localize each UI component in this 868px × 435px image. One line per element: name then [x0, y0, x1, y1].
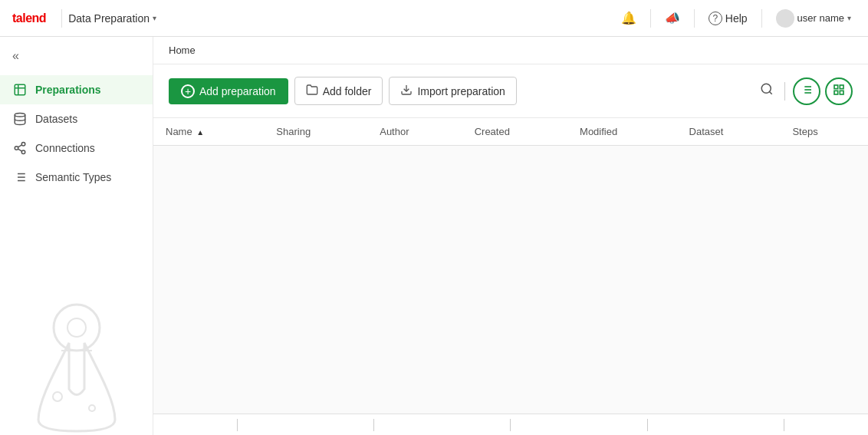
bottom-divider-3 [510, 419, 511, 431]
sidebar-collapse-button[interactable]: « [0, 43, 153, 69]
sidebar-item-preparations[interactable]: Preparations [0, 75, 153, 104]
svg-rect-28 [840, 91, 843, 94]
user-menu[interactable]: user name ▾ [771, 6, 856, 31]
sidebar-label-datasets: Datasets [35, 113, 77, 125]
sidebar-item-connections[interactable]: Connections [0, 133, 153, 163]
bottom-divider-5 [784, 419, 784, 431]
talend-logo: talend [12, 12, 46, 25]
col-author[interactable]: Author [367, 118, 462, 146]
svg-point-12 [54, 305, 100, 351]
collapse-icon: « [12, 49, 19, 63]
col-modified[interactable]: Modified [567, 118, 676, 146]
col-steps-label: Steps [792, 126, 817, 137]
bottom-divider-2 [373, 419, 374, 431]
svg-line-18 [769, 91, 771, 94]
import-preparation-button[interactable]: Import preparation [389, 77, 516, 105]
col-author-label: Author [380, 126, 409, 137]
preparations-table: Name ▲ Sharing Author Created [153, 118, 868, 146]
help-button[interactable]: ? Help [704, 8, 752, 28]
nav-divider-2 [650, 9, 651, 28]
content-area: Home + Add preparation Add folder [153, 37, 868, 435]
svg-point-1 [21, 143, 25, 147]
svg-point-13 [67, 318, 86, 337]
toolbar-right [757, 77, 853, 105]
sidebar: « Preparations Datasets [0, 37, 153, 435]
sidebar-label-semantic-types: Semantic Types [35, 171, 111, 183]
connections-icon [12, 141, 28, 155]
grid-view-button[interactable] [825, 77, 853, 105]
svg-rect-26 [840, 85, 843, 89]
user-name: user name [797, 12, 844, 24]
bottom-divider-1 [237, 419, 238, 431]
datasets-icon [12, 112, 28, 126]
bottom-dividers [169, 419, 853, 431]
nav-divider-3 [694, 9, 695, 28]
preparations-icon [12, 83, 28, 97]
top-navigation: talend Data Preparation ▾ 🔔 📣 ? Help use… [0, 0, 868, 37]
import-icon [400, 84, 413, 98]
svg-point-17 [761, 84, 771, 93]
user-chevron-icon: ▾ [847, 14, 851, 22]
megaphone-button[interactable]: 📣 [660, 8, 685, 28]
add-folder-button[interactable]: Add folder [294, 77, 383, 105]
svg-rect-25 [834, 85, 838, 89]
svg-line-5 [18, 145, 21, 147]
semantic-types-icon [12, 170, 28, 184]
toolbar-separator [784, 82, 785, 101]
add-preparation-label: Add preparation [199, 85, 276, 97]
sidebar-label-connections: Connections [35, 142, 95, 154]
svg-point-2 [15, 147, 18, 150]
breadcrumb: Home [153, 37, 868, 64]
app-chevron-icon: ▾ [153, 14, 156, 22]
search-button[interactable] [757, 79, 777, 103]
plus-circle-icon: + [181, 84, 195, 98]
col-created-label: Created [475, 126, 510, 137]
bottom-divider-4 [647, 419, 648, 431]
user-avatar-icon [776, 9, 794, 28]
col-steps[interactable]: Steps [780, 118, 868, 146]
col-dataset[interactable]: Dataset [677, 118, 781, 146]
help-label: Help [725, 12, 748, 25]
svg-point-3 [21, 150, 25, 154]
list-view-button[interactable] [793, 77, 820, 105]
list-view-icon [801, 84, 813, 98]
add-folder-label: Add folder [323, 85, 372, 97]
bottom-bar [153, 414, 868, 435]
search-icon [760, 84, 774, 99]
col-dataset-label: Dataset [689, 126, 724, 137]
svg-point-14 [53, 392, 62, 401]
add-preparation-button[interactable]: + Add preparation [169, 78, 288, 104]
col-sharing[interactable]: Sharing [264, 118, 367, 146]
help-circle-icon: ? [709, 12, 722, 25]
sidebar-watermark [0, 192, 153, 435]
bell-icon: 🔔 [621, 11, 636, 25]
svg-point-15 [89, 405, 95, 411]
svg-line-4 [18, 149, 21, 151]
sort-asc-icon: ▲ [196, 128, 204, 137]
toolbar: + Add preparation Add folder Import prep [153, 64, 868, 118]
breadcrumb-home[interactable]: Home [169, 44, 196, 56]
bell-button[interactable]: 🔔 [616, 8, 641, 28]
col-sharing-label: Sharing [276, 126, 311, 137]
svg-rect-27 [834, 91, 838, 94]
col-created[interactable]: Created [462, 118, 567, 146]
nav-divider-1 [61, 9, 62, 28]
svg-point-0 [15, 114, 25, 117]
grid-view-icon [833, 84, 845, 98]
app-name: Data Preparation [68, 12, 150, 25]
sidebar-label-preparations: Preparations [35, 84, 101, 96]
import-preparation-label: Import preparation [417, 85, 505, 97]
megaphone-icon: 📣 [665, 11, 680, 25]
nav-divider-4 [761, 9, 762, 28]
col-modified-label: Modified [580, 126, 617, 137]
folder-icon [306, 84, 318, 98]
preparations-table-container: Name ▲ Sharing Author Created [153, 118, 868, 414]
sidebar-item-datasets[interactable]: Datasets [0, 104, 153, 133]
sidebar-item-semantic-types[interactable]: Semantic Types [0, 163, 153, 192]
main-layout: « Preparations Datasets [0, 37, 868, 435]
table-header: Name ▲ Sharing Author Created [153, 118, 868, 146]
col-name[interactable]: Name ▲ [153, 118, 264, 146]
col-name-label: Name [166, 126, 192, 137]
nav-right-section: 🔔 📣 ? Help user name ▾ [616, 6, 856, 31]
app-switcher[interactable]: Data Preparation ▾ [68, 12, 156, 25]
